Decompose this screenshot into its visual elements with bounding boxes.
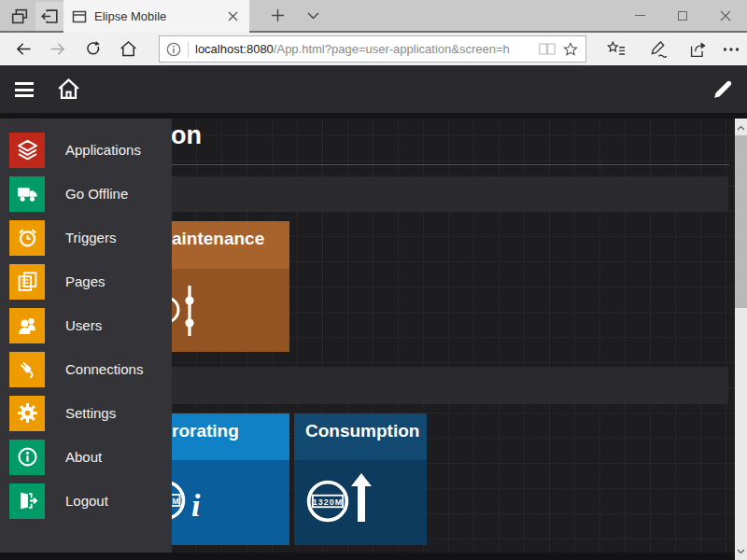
url-text[interactable]: localhost:8080/App.html?page=user-applic… bbox=[195, 42, 532, 56]
sidebar-item-label: Applications bbox=[65, 142, 141, 158]
sidebar-item-label: Users bbox=[65, 317, 102, 333]
scroll-up-button[interactable] bbox=[735, 120, 747, 134]
sidebar-item-go-offline[interactable]: Go Offline bbox=[0, 172, 172, 216]
svg-text:1320M: 1320M bbox=[172, 497, 180, 506]
arrow-up-icon bbox=[351, 473, 372, 522]
logout-tile bbox=[9, 483, 45, 519]
chevron-down-icon bbox=[737, 549, 745, 554]
set-tabs-aside-button[interactable] bbox=[35, 2, 63, 31]
sidebar-item-settings[interactable]: Settings bbox=[0, 391, 172, 435]
browser-titlebar: Elipse Mobile bbox=[0, 0, 747, 33]
maximize-icon bbox=[678, 11, 687, 21]
set-tabs-aside-icon bbox=[39, 7, 60, 27]
pencil-edit-icon bbox=[712, 78, 734, 101]
web-note-button[interactable] bbox=[644, 35, 672, 63]
back-arrow-icon bbox=[14, 39, 34, 59]
nav-menu: Applications Go Offline T bbox=[0, 119, 172, 553]
tile-prorating[interactable]: rorating 1320M i bbox=[172, 413, 289, 545]
tab-preview-icon bbox=[9, 7, 30, 27]
info-letter-icon: i bbox=[191, 488, 200, 524]
sidebar-item-label: Connections bbox=[65, 361, 143, 377]
sidebar-item-connections[interactable]: Connections bbox=[0, 347, 172, 391]
settings-tile bbox=[9, 396, 45, 431]
chevron-up-icon bbox=[737, 125, 745, 131]
tab-title: Elipse Mobile bbox=[94, 9, 224, 23]
sidebar-item-pages[interactable]: Pages bbox=[0, 259, 172, 303]
layers-icon bbox=[16, 138, 39, 161]
sliders-icon bbox=[172, 278, 207, 342]
menu-hamburger-button[interactable] bbox=[15, 82, 34, 101]
edit-button[interactable] bbox=[712, 78, 734, 105]
logout-door-icon bbox=[16, 489, 39, 512]
group-band bbox=[172, 176, 728, 212]
sidebar-item-users[interactable]: Users bbox=[0, 303, 172, 347]
settings-more-button[interactable] bbox=[717, 35, 745, 63]
refresh-icon bbox=[84, 40, 103, 59]
page-favicon-icon bbox=[72, 9, 87, 24]
scroll-down-button[interactable] bbox=[735, 544, 747, 558]
sidebar-item-about[interactable]: About bbox=[0, 435, 172, 479]
page-title: on bbox=[171, 121, 202, 150]
star-icon bbox=[562, 41, 579, 58]
vertical-scrollbar[interactable] bbox=[735, 119, 747, 560]
close-icon bbox=[720, 10, 731, 21]
tab-list-dropdown-button[interactable] bbox=[295, 0, 331, 31]
triggers-tile bbox=[9, 220, 45, 256]
truck-icon bbox=[16, 182, 39, 205]
tile-consumption[interactable]: Consumption 1320M bbox=[294, 413, 427, 545]
close-button[interactable] bbox=[704, 0, 747, 31]
share-button[interactable] bbox=[684, 35, 712, 63]
maximize-button[interactable] bbox=[661, 0, 704, 31]
address-bar[interactable]: localhost:8080/App.html?page=user-applic… bbox=[159, 35, 586, 63]
divider bbox=[172, 164, 729, 165]
tile-title: rorating bbox=[172, 413, 289, 460]
meter-icon: 1320M bbox=[305, 479, 350, 524]
meter-icon: 1320M bbox=[172, 479, 187, 522]
site-info-icon[interactable] bbox=[166, 42, 181, 57]
sidebar-item-label: Go Offline bbox=[65, 186, 128, 202]
plug-icon bbox=[16, 357, 39, 381]
svg-text:1320M: 1320M bbox=[313, 497, 343, 507]
ellipsis-icon bbox=[723, 47, 740, 52]
back-button[interactable] bbox=[9, 35, 37, 63]
minimize-button[interactable] bbox=[618, 0, 661, 31]
go-offline-tile bbox=[9, 176, 45, 212]
reading-view-book-icon bbox=[538, 41, 557, 57]
sidebar-item-logout[interactable]: Logout bbox=[0, 479, 172, 523]
refresh-button[interactable] bbox=[79, 35, 107, 63]
tile-body: 1320M bbox=[294, 460, 427, 545]
browser-window: Elipse Mobile bbox=[0, 0, 747, 560]
chevron-down-icon bbox=[307, 12, 319, 20]
url-path: /App.html?page=user-application&screen=h bbox=[274, 42, 510, 56]
group-band bbox=[172, 367, 728, 404]
scrollbar-thumb[interactable] bbox=[735, 135, 747, 308]
sidebar-item-applications[interactable]: Applications bbox=[0, 128, 172, 172]
info-icon bbox=[16, 445, 39, 469]
forward-arrow-icon bbox=[48, 39, 67, 59]
tile-maintenance[interactable]: aintenance bbox=[172, 221, 289, 352]
about-tile bbox=[9, 440, 45, 475]
alarm-clock-icon bbox=[16, 226, 39, 249]
new-tab-button[interactable] bbox=[260, 0, 295, 31]
pages-icon bbox=[16, 270, 39, 293]
hub-star-list-icon bbox=[606, 40, 627, 59]
hub-favorites-button[interactable] bbox=[602, 35, 630, 63]
url-host: localhost:8080 bbox=[195, 42, 274, 56]
browser-tab[interactable]: Elipse Mobile bbox=[63, 0, 249, 33]
sidebar-item-label: Settings bbox=[65, 405, 116, 421]
sidebar-item-label: Logout bbox=[65, 493, 108, 509]
pages-tile bbox=[9, 264, 45, 300]
tab-preview-button[interactable] bbox=[6, 2, 34, 31]
home-button[interactable] bbox=[114, 35, 142, 63]
tile-body bbox=[172, 269, 289, 352]
users-icon bbox=[16, 314, 39, 337]
web-note-pen-icon bbox=[648, 39, 669, 60]
app-home-button[interactable] bbox=[56, 77, 81, 105]
applications-tile bbox=[9, 133, 45, 168]
add-favorite-button[interactable] bbox=[562, 41, 579, 58]
reading-view-button[interactable] bbox=[538, 41, 557, 57]
sidebar-item-triggers[interactable]: Triggers bbox=[0, 216, 172, 259]
forward-button[interactable] bbox=[43, 35, 71, 63]
tab-close-icon[interactable] bbox=[224, 8, 241, 25]
sidebar-item-label: Triggers bbox=[65, 230, 116, 245]
